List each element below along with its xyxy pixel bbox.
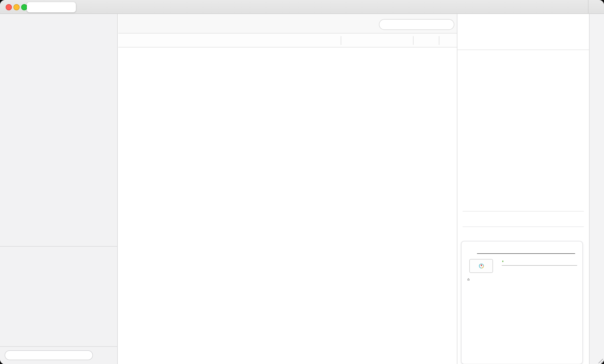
attachment-preview-card[interactable]	[461, 241, 583, 364]
attachments-section-row[interactable]	[457, 228, 589, 240]
abstract-collapse-chevron-icon[interactable]	[578, 215, 584, 221]
tab-overflow-chevron-icon[interactable]	[575, 5, 581, 10]
sync-icon[interactable]	[592, 3, 600, 11]
check-updates-badge	[469, 259, 493, 273]
attachments-collapse-chevron-icon[interactable]	[578, 231, 584, 237]
filter-tags-input[interactable]	[5, 350, 93, 360]
paperclip-icon	[463, 230, 470, 237]
column-divider[interactable]	[341, 36, 341, 45]
abstract-section-row[interactable]	[457, 212, 589, 224]
tab-my-library[interactable]	[27, 2, 76, 12]
search-scope-chevron-icon[interactable]	[391, 22, 394, 26]
new-note-icon[interactable]	[178, 20, 187, 28]
open-access-label	[467, 278, 499, 281]
field-row-clipped	[457, 51, 589, 56]
section-divider	[463, 211, 584, 212]
tag-filter-chevron-icon[interactable]	[105, 353, 109, 358]
new-item-chevron-icon[interactable]	[132, 23, 136, 27]
pdf-left-column	[467, 259, 499, 283]
items-list	[118, 47, 457, 364]
collections-sidebar	[0, 14, 118, 364]
library-icon	[31, 4, 38, 10]
new-attachment-chevron-icon[interactable]	[166, 23, 170, 27]
pdf-right-column	[502, 258, 577, 268]
tab-bar	[0, 0, 604, 14]
new-attachment-icon[interactable]	[155, 20, 164, 28]
zoom-window-button[interactable]	[21, 4, 27, 10]
section-divider	[463, 227, 584, 227]
pdf-rule	[477, 253, 575, 254]
close-window-button[interactable]	[6, 4, 12, 10]
minimize-window-button[interactable]	[13, 4, 20, 10]
collection-search-icon[interactable]	[99, 20, 106, 27]
add-attachment-plus-icon[interactable]	[568, 231, 575, 237]
year-sort-chevron-icon[interactable]	[432, 38, 437, 43]
open-access-icon	[467, 278, 470, 281]
sidebar-separator	[0, 246, 118, 246]
tag-filter-funnel-icon[interactable]	[96, 351, 104, 359]
search-icon	[384, 21, 389, 27]
zotero-window	[0, 0, 604, 364]
new-collection-icon[interactable]	[5, 20, 14, 28]
toolbar-divider	[588, 0, 589, 14]
items-search-field[interactable]	[379, 19, 454, 30]
new-item-icon[interactable]	[121, 20, 130, 28]
items-toolbar	[118, 14, 457, 34]
abstract-icon	[463, 215, 470, 222]
tag-filter-bar	[0, 346, 118, 364]
column-divider[interactable]	[439, 36, 439, 45]
window-resize-grip[interactable]	[598, 358, 603, 363]
add-by-identifier-icon[interactable]	[140, 20, 149, 28]
column-divider[interactable]	[413, 36, 414, 45]
pdf-authors	[502, 260, 577, 263]
items-table-header	[118, 34, 457, 47]
item-pane	[457, 14, 589, 364]
item-pane-rail	[589, 14, 604, 364]
attachment-column-paperclip-icon[interactable]	[443, 37, 450, 43]
item-pane-header	[457, 14, 589, 50]
new-note-chevron-icon[interactable]	[188, 23, 193, 27]
